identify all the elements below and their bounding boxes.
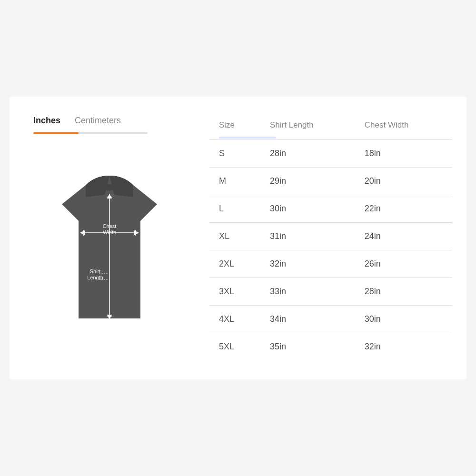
cell-length: 30in (262, 195, 357, 223)
cell-chest: 24in (357, 223, 452, 250)
cell-length: 29in (262, 168, 357, 195)
col-header-chest: Chest Width (357, 116, 452, 137)
highlight-bar (219, 137, 276, 139)
table-row: 4XL 34in 30in (209, 306, 452, 333)
table-row: 3XL 33in 28in (209, 278, 452, 306)
shirt-diagram: Chest Width Shirt Length (24, 143, 195, 360)
cell-length: 34in (262, 306, 357, 333)
cell-size: M (209, 168, 262, 195)
table-row: S 28in 18in (209, 140, 452, 168)
cell-length: 31in (262, 223, 357, 250)
tab-underline (33, 132, 148, 134)
main-container: Inches Centimeters (10, 97, 466, 379)
table-row: M 29in 20in (209, 168, 452, 195)
cell-length: 32in (262, 250, 357, 278)
svg-text:Shirt: Shirt (90, 268, 101, 274)
cell-size: 4XL (209, 306, 262, 333)
cell-size: S (209, 140, 262, 168)
tab-inches[interactable]: Inches (33, 116, 60, 129)
table-row: XL 31in 24in (209, 223, 452, 250)
cell-size: 3XL (209, 278, 262, 306)
cell-chest: 32in (357, 333, 452, 361)
cell-size: XL (209, 223, 262, 250)
cell-chest: 28in (357, 278, 452, 306)
table-row: 5XL 35in 32in (209, 333, 452, 361)
left-panel: Inches Centimeters (24, 116, 195, 360)
unit-tabs: Inches Centimeters (24, 116, 195, 129)
tshirt-svg: Chest Width Shirt Length (57, 171, 162, 333)
table-body: S 28in 18in M 29in 20in L 30in 22in XL 3… (209, 140, 452, 361)
size-table: Size Shirt Length Chest Width S 28in 18i… (209, 116, 452, 360)
cell-length: 33in (262, 278, 357, 306)
cell-size: 5XL (209, 333, 262, 361)
col-header-size: Size (209, 116, 262, 137)
table-header-row: Size Shirt Length Chest Width (209, 116, 452, 137)
cell-length: 35in (262, 333, 357, 361)
cell-chest: 20in (357, 168, 452, 195)
cell-chest: 26in (357, 250, 452, 278)
table-row: L 30in 22in (209, 195, 452, 223)
cell-size: 2XL (209, 250, 262, 278)
cell-chest: 30in (357, 306, 452, 333)
col-header-length: Shirt Length (262, 116, 357, 137)
cell-chest: 18in (357, 140, 452, 168)
cell-chest: 22in (357, 195, 452, 223)
right-panel: Size Shirt Length Chest Width S 28in 18i… (209, 116, 452, 360)
cell-size: L (209, 195, 262, 223)
svg-text:Length: Length (87, 275, 103, 280)
tab-centimeters[interactable]: Centimeters (75, 116, 121, 129)
table-row: 2XL 32in 26in (209, 250, 452, 278)
cell-length: 28in (262, 140, 357, 168)
